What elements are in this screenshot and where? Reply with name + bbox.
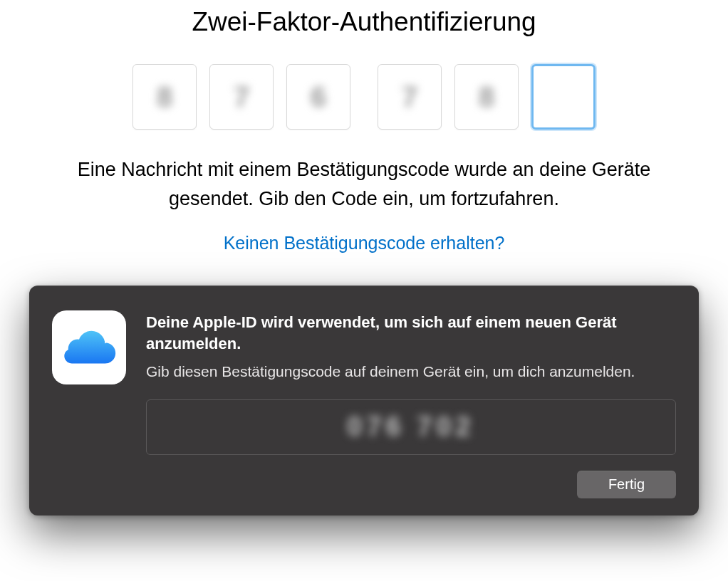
code-input-group: 8 7 6 7 8 bbox=[0, 64, 728, 130]
verification-code-modal: Deine Apple-ID wird verwendet, um sich a… bbox=[29, 286, 699, 515]
verification-code-value: 076 702 bbox=[347, 412, 474, 442]
done-button[interactable]: Fertig bbox=[577, 471, 676, 498]
page-title: Zwei-Faktor-Authentifizierung bbox=[0, 7, 728, 37]
modal-text-block: Deine Apple-ID wird verwendet, um sich a… bbox=[146, 310, 676, 455]
code-input-2[interactable]: 7 bbox=[209, 64, 274, 130]
code-input-5[interactable]: 8 bbox=[454, 64, 519, 130]
code-input-6[interactable] bbox=[531, 64, 596, 130]
cloud-icon bbox=[61, 320, 117, 375]
modal-content: Deine Apple-ID wird verwendet, um sich a… bbox=[52, 310, 676, 455]
modal-title: Deine Apple-ID wird verwendet, um sich a… bbox=[146, 312, 676, 354]
code-input-3[interactable]: 6 bbox=[286, 64, 350, 130]
no-code-link[interactable]: Keinen Bestätigungscode erhalten? bbox=[224, 233, 505, 253]
code-input-4[interactable]: 7 bbox=[378, 64, 442, 130]
modal-footer: Fertig bbox=[52, 471, 676, 498]
modal-subtitle: Gib diesen Bestätigungscode auf deinem G… bbox=[146, 361, 676, 382]
verification-code-display: 076 702 bbox=[146, 399, 676, 455]
instruction-text: Eine Nachricht mit einem Bestätigungscod… bbox=[72, 155, 656, 213]
code-input-1[interactable]: 8 bbox=[132, 64, 197, 130]
icloud-icon bbox=[52, 310, 126, 384]
two-factor-panel: Zwei-Faktor-Authentifizierung 8 7 6 7 8 … bbox=[0, 0, 728, 253]
